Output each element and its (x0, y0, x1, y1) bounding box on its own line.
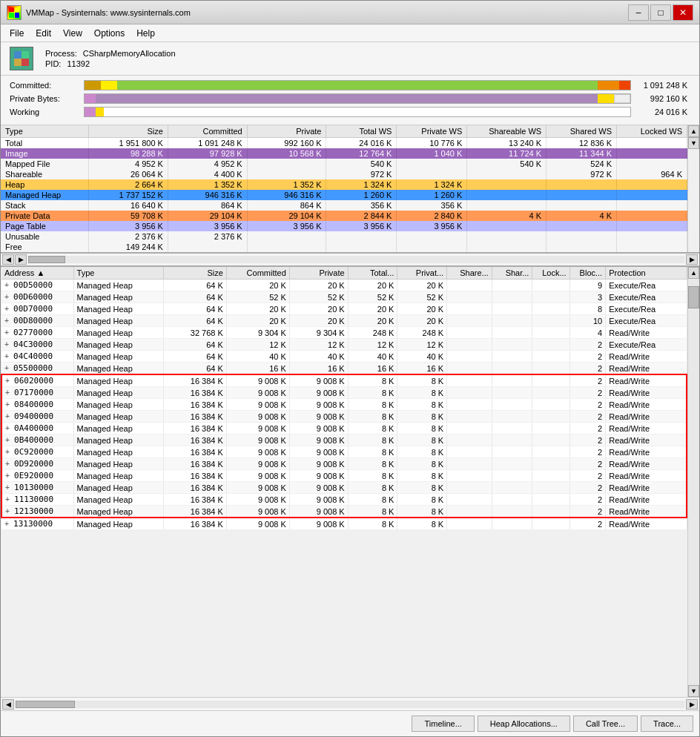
detail-col-protection[interactable]: Protection (606, 267, 687, 280)
top-table-row[interactable]: Private Data59 708 K29 104 K29 104 K2 84… (1, 211, 687, 221)
detail-table-cell: 3 (569, 291, 606, 303)
top-table-row[interactable]: Total1 951 800 K1 091 248 K992 160 K24 0… (1, 138, 687, 149)
scroll-left-btn[interactable]: ◀ (2, 254, 14, 265)
col-private[interactable]: Private (247, 125, 326, 138)
trace-button[interactable]: Trace... (641, 715, 693, 732)
detail-table-cell: 8 (569, 303, 606, 315)
detail-table-row[interactable]: + 0D920000Managed Heap16 384 K9 008 K9 0… (1, 458, 687, 470)
menu-view[interactable]: View (57, 27, 88, 40)
top-table-row[interactable]: Stack16 640 K864 K864 K356 K356 K (1, 200, 687, 211)
detail-scroll-left[interactable]: ◀ (2, 699, 14, 710)
detail-right-scrollbar[interactable]: ▲ ▼ (687, 267, 699, 697)
detail-table-cell: 9 008 K (226, 494, 289, 506)
col-private-ws[interactable]: Private WS (397, 125, 467, 138)
detail-table-cell: + 13130000 (1, 518, 73, 530)
top-table-cell: 3 956 K (326, 221, 397, 231)
scroll-up-top[interactable]: ▲ (688, 125, 699, 137)
detail-col-shar[interactable]: Shar... (492, 267, 532, 280)
detail-table-row[interactable]: + 00D70000Managed Heap64 K20 K20 K20 K20… (1, 303, 687, 315)
scroll-far-right-btn[interactable]: ▶ (686, 254, 698, 265)
top-table-row[interactable]: Heap2 664 K1 352 K1 352 K1 324 K1 324 K (1, 179, 687, 190)
detail-table-row[interactable]: + 10130000Managed Heap16 384 K9 008 K9 0… (1, 482, 687, 494)
menu-file[interactable]: File (4, 27, 30, 40)
detail-table-cell: 2 (569, 411, 606, 423)
col-type[interactable]: Type (1, 125, 89, 138)
top-table-row[interactable]: Unusable2 376 K2 376 K (1, 231, 687, 242)
detail-col-lock[interactable]: Lock... (532, 267, 569, 280)
menu-help[interactable]: Help (131, 27, 161, 40)
detail-table-row[interactable]: + 0C920000Managed Heap16 384 K9 008 K9 0… (1, 446, 687, 458)
horiz-scroll-thumb[interactable] (28, 256, 65, 263)
detail-col-share[interactable]: Share... (447, 267, 492, 280)
scroll-right-btn[interactable]: ▶ (15, 254, 27, 265)
detail-col-size[interactable]: Size (163, 267, 226, 280)
top-scrollbar[interactable]: ▲ ▼ (687, 125, 699, 252)
detail-col-bloc[interactable]: Bloc... (569, 267, 606, 280)
col-size[interactable]: Size (89, 125, 168, 138)
close-button[interactable]: ✕ (673, 4, 693, 21)
detail-table-row[interactable]: + 12130000Managed Heap16 384 K9 008 K9 0… (1, 506, 687, 518)
detail-scroll-down[interactable]: ▼ (688, 685, 699, 697)
maximize-button[interactable]: □ (650, 4, 671, 21)
detail-table-cell: 2 (569, 363, 606, 375)
detail-table-row[interactable]: + 04C30000Managed Heap64 K12 K12 K12 K12… (1, 339, 687, 351)
detail-col-private[interactable]: Private (289, 267, 348, 280)
heap-allocations-button[interactable]: Heap Allocations... (478, 715, 570, 732)
detail-horiz-thumb[interactable] (16, 701, 75, 708)
detail-table-row[interactable]: + 0E920000Managed Heap16 384 K9 008 K9 0… (1, 470, 687, 482)
detail-table-row[interactable]: + 08400000Managed Heap16 384 K9 008 K9 0… (1, 399, 687, 411)
menu-options[interactable]: Options (88, 27, 131, 40)
scroll-down-top[interactable]: ▼ (688, 137, 699, 149)
top-table-row[interactable]: Mapped File4 952 K4 952 K540 K540 K524 K (1, 159, 687, 169)
col-committed[interactable]: Committed (168, 125, 247, 138)
detail-table-row[interactable]: + 04C40000Managed Heap64 K40 K40 K40 K40… (1, 351, 687, 363)
top-table-row[interactable]: Page Table3 956 K3 956 K3 956 K3 956 K3 … (1, 221, 687, 231)
col-shareable-ws[interactable]: Shareable WS (467, 125, 547, 138)
detail-table-row[interactable]: + 09400000Managed Heap16 384 K9 008 K9 0… (1, 411, 687, 423)
top-table-cell: 1 951 800 K (89, 138, 168, 149)
detail-table-cell: 8 K (397, 482, 447, 494)
svg-rect-0 (14, 51, 22, 59)
call-tree-button[interactable]: Call Tree... (573, 715, 638, 732)
minimize-button[interactable]: – (628, 4, 649, 21)
top-table-cell: 964 K (617, 169, 687, 179)
detail-table-cell: 20 K (348, 315, 397, 327)
window-controls[interactable]: – □ ✕ (628, 4, 693, 21)
top-table-row[interactable]: Free149 244 K (1, 242, 687, 252)
detail-table-wrapper[interactable]: Address ▲ Type Size Committed Private To… (1, 267, 687, 697)
detail-table-row[interactable]: + 0B400000Managed Heap16 384 K9 008 K9 0… (1, 434, 687, 446)
detail-table-cell: 8 K (397, 506, 447, 518)
detail-table-row[interactable]: + 00D60000Managed Heap64 K52 K52 K52 K52… (1, 291, 687, 303)
detail-col-type[interactable]: Type (73, 267, 163, 280)
detail-table-row[interactable]: + 13130000Managed Heap16 384 K9 008 K9 0… (1, 518, 687, 530)
menu-edit[interactable]: Edit (30, 27, 57, 40)
detail-table-cell: 16 384 K (163, 470, 226, 482)
top-table-cell: 864 K (247, 200, 326, 211)
detail-table-row[interactable]: + 00D50000Managed Heap64 K20 K20 K20 K20… (1, 280, 687, 291)
detail-table-row[interactable]: + 11130000Managed Heap16 384 K9 008 K9 0… (1, 494, 687, 506)
col-shared-ws[interactable]: Shared WS (547, 125, 617, 138)
detail-table-row[interactable]: + 07170000Managed Heap16 384 K9 008 K9 0… (1, 387, 687, 399)
detail-col-privat[interactable]: Privat... (397, 267, 447, 280)
top-table-cell (617, 159, 687, 169)
timeline-button[interactable]: Timeline... (412, 715, 474, 732)
detail-col-total[interactable]: Total... (348, 267, 397, 280)
detail-col-address[interactable]: Address ▲ (1, 267, 73, 280)
detail-table-row[interactable]: + 05500000Managed Heap64 K16 K16 K16 K16… (1, 363, 687, 375)
col-total-ws[interactable]: Total WS (326, 125, 397, 138)
top-table-row[interactable]: Image98 288 K97 928 K10 568 K12 764 K1 0… (1, 148, 687, 159)
top-table-row[interactable]: Shareable26 064 K4 400 K972 K972 K964 K (1, 169, 687, 179)
detail-table-row[interactable]: + 06020000Managed Heap16 384 K9 008 K9 0… (1, 374, 687, 387)
top-table-cell: 1 040 K (397, 148, 467, 159)
detail-table-cell (532, 387, 569, 399)
top-table-cell (547, 190, 617, 200)
detail-scroll-up[interactable]: ▲ (688, 267, 699, 279)
detail-col-committed[interactable]: Committed (226, 267, 289, 280)
detail-table-row[interactable]: + 00D80000Managed Heap64 K20 K20 K20 K20… (1, 315, 687, 327)
detail-scroll-right[interactable]: ▶ (686, 699, 698, 710)
top-table-row[interactable]: Managed Heap1 737 152 K946 316 K946 316 … (1, 190, 687, 200)
detail-scroll-thumb[interactable] (688, 286, 699, 308)
detail-table-row[interactable]: + 0A400000Managed Heap16 384 K9 008 K9 0… (1, 423, 687, 434)
col-locked-ws[interactable]: Locked WS (617, 125, 687, 138)
detail-table-row[interactable]: + 02770000Managed Heap32 768 K9 304 K9 3… (1, 327, 687, 339)
